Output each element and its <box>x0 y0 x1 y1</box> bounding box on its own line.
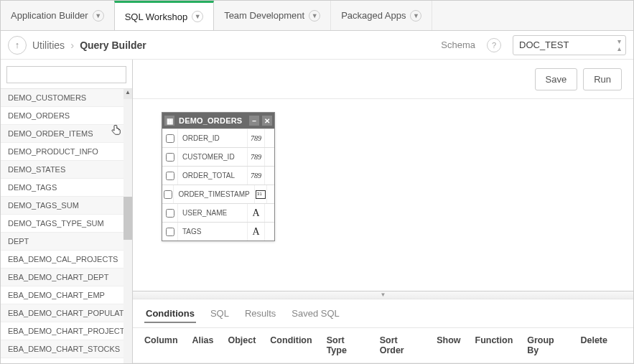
column-menu[interactable] <box>264 148 274 166</box>
breadcrumb-bar: ↑ Utilities › Query Builder Schema ? DOC… <box>1 31 633 60</box>
schema-value: DOC_TEST <box>519 39 569 50</box>
tab-label: Team Development <box>224 10 304 21</box>
column-name: TAGS <box>178 228 247 235</box>
object-item[interactable]: EBA_DEMO_CHART_POPULATION <box>1 304 132 322</box>
object-sidebar: ▲ DEMO_CUSTOMERSDEMO_ORDERSDEMO_ORDER_IT… <box>1 60 133 363</box>
tab-sql[interactable]: SQL <box>209 305 230 323</box>
minimize-icon[interactable]: – <box>249 116 259 126</box>
object-item[interactable]: DEMO_TAGS_SUM <box>1 197 132 215</box>
conditions-col-header: Object <box>228 335 270 355</box>
table-column-row[interactable]: ORDER_TOTAL789 <box>162 166 274 185</box>
save-button[interactable]: Save <box>535 68 578 90</box>
top-tab-bar: Application Builder ▼ SQL Workshop ▼ Tea… <box>1 1 633 31</box>
tab-saved-sql[interactable]: Saved SQL <box>290 305 341 323</box>
object-item[interactable]: EBA_DEMO_CHART_STOCKS <box>1 340 132 358</box>
datatype-icon: 789 <box>247 167 264 185</box>
datatype-icon: 789 <box>247 148 264 166</box>
conditions-col-header: Show <box>437 335 475 355</box>
column-name: ORDER_TOTAL <box>178 172 247 179</box>
table-column-row[interactable]: ORDER_ID789 <box>162 129 274 147</box>
column-checkbox[interactable] <box>166 172 174 180</box>
object-item[interactable]: DEMO_ORDERS <box>1 107 132 125</box>
column-name: USER_NAME <box>178 209 247 217</box>
table-column-row[interactable]: USER_NAMEA <box>162 203 274 222</box>
object-list: ▲ DEMO_CUSTOMERSDEMO_ORDERSDEMO_ORDER_IT… <box>1 89 132 363</box>
chevron-down-icon[interactable]: ▼ <box>410 10 421 22</box>
column-checkbox[interactable] <box>166 209 174 218</box>
datatype-icon: 789 <box>247 129 264 147</box>
select-caret-icon: ▾▴ <box>617 38 621 52</box>
chevron-down-icon[interactable]: ▼ <box>309 10 320 22</box>
scroll-up-button[interactable]: ▲ <box>123 89 132 99</box>
table-panel-header[interactable]: ▦ DEMO_ORDERS – ✕ <box>162 113 274 129</box>
column-menu[interactable] <box>264 223 274 241</box>
column-checkbox[interactable] <box>166 134 174 143</box>
column-name: ORDER_TIMESTAMP <box>174 190 253 198</box>
object-item[interactable]: DEMO_TAGS_TYPE_SUM <box>1 215 132 233</box>
design-area[interactable]: ▦ DEMO_ORDERS – ✕ ORDER_ID789CUSTOMER_ID… <box>133 99 633 291</box>
conditions-col-header: Function <box>475 335 528 355</box>
object-item[interactable]: DEMO_CUSTOMERS <box>1 89 132 107</box>
column-menu[interactable] <box>266 185 274 203</box>
object-search-input[interactable] <box>6 66 126 83</box>
schema-select[interactable]: DOC_TEST ▾▴ <box>513 35 626 55</box>
breadcrumb-query-builder: Query Builder <box>80 39 146 51</box>
table-column-row[interactable]: CUSTOMER_ID789 <box>162 147 274 166</box>
datatype-icon <box>254 185 267 203</box>
column-name: CUSTOMER_ID <box>178 153 247 161</box>
chevron-down-icon[interactable]: ▼ <box>93 10 104 22</box>
column-menu[interactable] <box>264 167 274 185</box>
column-checkbox[interactable] <box>166 153 174 162</box>
tab-sql-workshop[interactable]: SQL Workshop ▼ <box>114 1 214 30</box>
table-panel-title: DEMO_ORDERS <box>177 116 246 125</box>
action-bar: Save Run <box>133 60 633 99</box>
object-item[interactable]: EBA_DEMO_CHART_EMP <box>1 286 132 304</box>
object-item[interactable]: EBA_DEMO_CHART_DEPT <box>1 269 132 286</box>
conditions-col-header: Group By <box>527 335 580 355</box>
up-button[interactable]: ↑ <box>8 36 27 55</box>
table-panel-demo-orders[interactable]: ▦ DEMO_ORDERS – ✕ ORDER_ID789CUSTOMER_ID… <box>162 112 275 241</box>
conditions-col-header: Column <box>144 335 192 355</box>
tab-team-development[interactable]: Team Development ▼ <box>214 1 331 30</box>
column-menu[interactable] <box>264 129 274 147</box>
arrow-up-icon: ↑ <box>15 39 20 50</box>
conditions-header-row: ColumnAliasObjectConditionSort TypeSort … <box>133 328 633 363</box>
object-item[interactable]: DEMO_TAGS <box>1 179 132 197</box>
conditions-col-header: Condition <box>270 335 326 355</box>
conditions-col-header: Sort Type <box>327 335 380 355</box>
object-item[interactable]: DEMO_ORDER_ITEMS <box>1 125 132 143</box>
canvas: Save Run ▦ DEMO_ORDERS – ✕ ORDER_ID789CU… <box>133 60 633 363</box>
breadcrumb-utilities[interactable]: Utilities <box>32 39 65 51</box>
table-icon: ▦ <box>164 116 174 126</box>
column-checkbox[interactable] <box>166 228 174 236</box>
chevron-right-icon: › <box>70 39 74 51</box>
object-item[interactable]: DEMO_PRODUCT_INFO <box>1 143 132 161</box>
results-tab-bar: Conditions SQL Results Saved SQL <box>133 299 633 328</box>
column-checkbox[interactable] <box>164 190 172 199</box>
schema-label: Schema <box>441 39 475 50</box>
tab-results[interactable]: Results <box>243 305 277 323</box>
splitter-handle[interactable] <box>133 291 633 299</box>
object-item[interactable]: DEMO_STATES <box>1 161 132 179</box>
tab-label: SQL Workshop <box>125 11 187 22</box>
table-column-row[interactable]: TAGSA <box>162 222 274 241</box>
tab-label: Application Builder <box>11 10 88 21</box>
conditions-col-header: Delete <box>580 335 622 355</box>
table-column-row[interactable]: ORDER_TIMESTAMP <box>162 185 274 203</box>
scrollbar-thumb[interactable] <box>123 197 132 240</box>
chevron-down-icon[interactable]: ▼ <box>192 11 203 22</box>
object-item[interactable]: EBA_DEMO_CHART_PROJECTS <box>1 322 132 340</box>
main-area: ▲ DEMO_CUSTOMERSDEMO_ORDERSDEMO_ORDER_IT… <box>1 60 633 363</box>
tab-conditions[interactable]: Conditions <box>144 305 196 323</box>
conditions-col-header: Alias <box>192 335 228 355</box>
tab-application-builder[interactable]: Application Builder ▼ <box>1 1 115 30</box>
object-item[interactable]: EBA_DEMO_CAL_PROJECTS <box>1 251 132 269</box>
datatype-icon: A <box>247 223 264 241</box>
column-menu[interactable] <box>264 204 274 222</box>
run-button[interactable]: Run <box>583 68 622 90</box>
datatype-icon: A <box>247 204 264 222</box>
tab-packaged-apps[interactable]: Packaged Apps ▼ <box>331 1 432 30</box>
help-icon[interactable]: ? <box>487 38 501 52</box>
close-icon[interactable]: ✕ <box>262 116 272 126</box>
object-item[interactable]: DEPT <box>1 233 132 251</box>
